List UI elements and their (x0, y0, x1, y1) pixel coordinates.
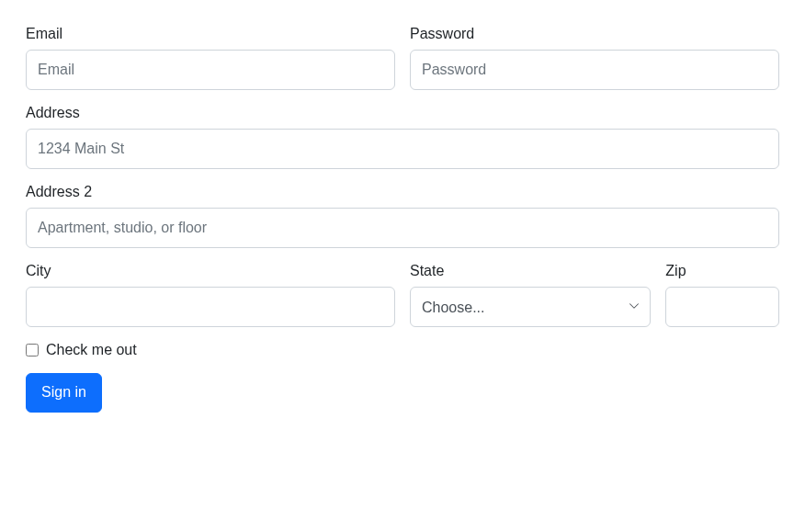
email-input[interactable] (26, 50, 395, 90)
city-label: City (26, 263, 395, 279)
address2-label: Address 2 (26, 184, 779, 200)
city-input[interactable] (26, 287, 395, 327)
address-label: Address (26, 105, 779, 121)
signin-button[interactable]: Sign in (26, 373, 102, 413)
state-label: State (410, 263, 651, 279)
checkme-label: Check me out (46, 342, 137, 358)
address2-input[interactable] (26, 208, 779, 248)
signin-form: Email Password Address Address 2 City St… (26, 26, 779, 413)
password-input[interactable] (410, 50, 779, 90)
state-select[interactable]: Choose... (410, 287, 651, 327)
zip-input[interactable] (665, 287, 779, 327)
checkme-checkbox[interactable] (26, 344, 39, 357)
email-label: Email (26, 26, 395, 42)
password-label: Password (410, 26, 779, 42)
address-input[interactable] (26, 129, 779, 169)
zip-label: Zip (665, 263, 779, 279)
